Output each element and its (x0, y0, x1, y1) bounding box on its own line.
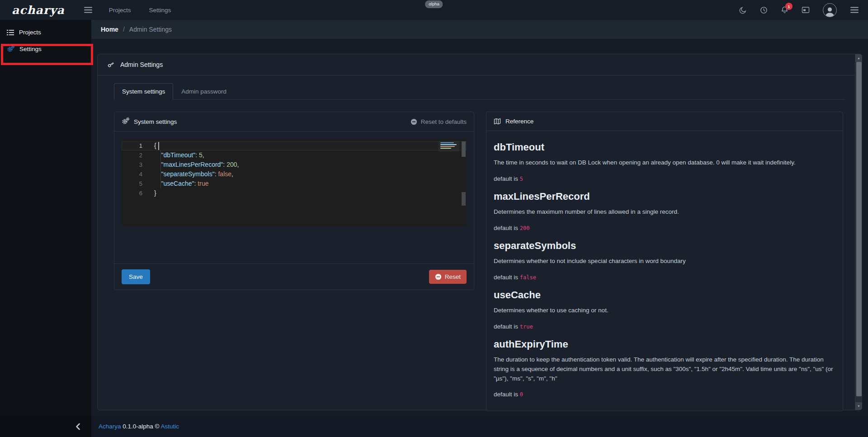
sidebar-item-label: Settings (19, 46, 42, 52)
footer-credits: Acharya 0.1.0-alpha © Astutic (99, 423, 179, 430)
editor-line: 6 } (122, 188, 467, 198)
scrollbar-up-arrow[interactable]: ▲ (855, 54, 862, 62)
breadcrumb-current: Admin Settings (129, 26, 172, 33)
line-code: "maxLinesPerRecord": 200, (142, 160, 239, 169)
system-settings-panel: System settings Reset to defaults 1 { 2 … (114, 112, 474, 290)
minus-circle-icon (410, 118, 417, 125)
reference-panel-header: Reference (486, 112, 843, 131)
editor-line: 4 "separateSymbols": false, (122, 169, 467, 179)
reference-entry-description: The time in seconds to wait on DB Lock w… (494, 158, 835, 168)
breadcrumb-separator: / (123, 26, 125, 33)
footer-version: 0.1.0-alpha © (123, 423, 159, 430)
reference-entry-description: Determines whether to use caching or not… (494, 306, 835, 315)
reference-entry-name: useCache (494, 289, 835, 301)
sidebar-item-label: Projects (19, 29, 41, 36)
reference-entry-description: Determines the maximum number of lines a… (494, 207, 835, 217)
dark-mode-moon-icon[interactable] (739, 6, 747, 14)
editor-line: 2 "dbTimeout": 5, (122, 150, 467, 160)
reference-entry: separateSymbols Determines whether to no… (494, 240, 835, 281)
notifications-bell-icon[interactable]: 1 (781, 6, 788, 14)
sidebar-item-projects[interactable]: Projects (0, 24, 91, 41)
list-icon (7, 29, 14, 36)
reference-body: dbTimeout The time in seconds to wait on… (486, 131, 843, 408)
reset-button[interactable]: Reset (429, 270, 467, 284)
reference-entry-default: default is 200 (494, 225, 835, 231)
scrollbar-thumb[interactable] (856, 62, 862, 396)
reference-entry-default: default is 0 (494, 391, 835, 398)
app-root: acharya Projects Settings αlpha 1 (0, 0, 868, 437)
nav-link-settings[interactable]: Settings (149, 7, 171, 14)
minus-circle-icon (435, 273, 442, 280)
line-number: 2 (122, 150, 142, 160)
reset-to-defaults-button[interactable]: Reset to defaults (410, 118, 467, 125)
line-code: { (142, 141, 156, 150)
editor-scrollbar-thumb[interactable] (462, 192, 466, 206)
notification-count-badge: 1 (785, 3, 793, 10)
clock-icon[interactable] (760, 6, 768, 14)
panel-title: System settings (134, 118, 177, 125)
panels-row: System settings Reset to defaults 1 { 2 … (114, 112, 862, 411)
map-icon (494, 118, 501, 125)
scrollbar-down-arrow[interactable]: ▼ (855, 402, 862, 410)
reference-entry: authExpiryTime The duration to keep the … (494, 338, 835, 398)
panel-title: Reference (505, 118, 533, 125)
reference-entry: useCache Determines whether to use cachi… (494, 289, 835, 330)
card-header: Admin Settings (98, 54, 862, 75)
reference-entry-name: dbTimeout (494, 141, 835, 153)
footer-app-link[interactable]: Acharya (99, 423, 121, 430)
sidebar: Projects Settings (0, 20, 91, 416)
admin-settings-card: Admin Settings System settings Admin pas… (97, 54, 862, 410)
sidebar-item-settings[interactable]: Settings (0, 41, 91, 57)
breadcrumb-home-link[interactable]: Home (101, 26, 118, 33)
gears-icon (122, 118, 129, 125)
editor-scrollbar-thumb[interactable] (462, 141, 466, 157)
system-settings-panel-header: System settings Reset to defaults (114, 112, 474, 132)
footer: Acharya 0.1.0-alpha © Astutic (0, 416, 868, 437)
reference-entry: maxLinesPerRecord Determines the maximum… (494, 191, 835, 231)
main-content: Admin Settings System settings Admin pas… (91, 39, 868, 416)
line-code: } (142, 188, 156, 198)
indent-guide (160, 150, 161, 188)
tab-admin-password[interactable]: Admin password (173, 83, 235, 100)
page-title: Admin Settings (120, 61, 163, 68)
menu-icon[interactable] (850, 6, 859, 14)
line-number: 5 (122, 179, 142, 188)
key-icon (107, 61, 114, 68)
json-code-editor[interactable]: 1 { 2 "dbTimeout": 5, 3 "maxLinesPerReco… (122, 139, 467, 226)
footer-sidebar-section (0, 416, 91, 437)
editor-line: 3 "maxLinesPerRecord": 200, (122, 160, 467, 169)
settings-tabs: System settings Admin password (114, 83, 845, 100)
gears-icon (7, 46, 14, 53)
sidebar-toggle-icon[interactable] (84, 6, 93, 14)
tab-system-settings[interactable]: System settings (114, 83, 173, 100)
save-button[interactable]: Save (122, 269, 150, 284)
app-logo[interactable]: acharya (12, 4, 65, 17)
reference-entry-name: separateSymbols (494, 240, 835, 252)
footer-company-link[interactable]: Astutic (161, 423, 179, 430)
reference-panel: Reference dbTimeout The time in seconds … (486, 112, 843, 411)
breadcrumb: Home / Admin Settings (91, 20, 868, 39)
editor-cursor (158, 142, 159, 150)
reference-entry-default: default is false (494, 274, 835, 281)
reference-entry-description: Determines whether to not include specia… (494, 257, 835, 266)
alpha-version-badge: αlpha (425, 0, 443, 8)
reference-entry-default: default is true (494, 323, 835, 330)
line-number: 4 (122, 169, 142, 179)
window-icon[interactable] (802, 6, 810, 14)
line-number: 3 (122, 160, 142, 169)
collapse-sidebar-chevron-icon[interactable] (75, 423, 80, 430)
top-navbar: acharya Projects Settings αlpha 1 (0, 0, 868, 20)
card-scrollbar[interactable]: ▲ ▼ (855, 54, 862, 410)
line-code: "dbTimeout": 5, (142, 150, 204, 160)
nav-link-projects[interactable]: Projects (109, 7, 131, 14)
reference-entry-name: maxLinesPerRecord (494, 191, 835, 202)
editor-minimap[interactable] (439, 141, 459, 152)
user-avatar[interactable] (823, 3, 837, 17)
editor-line: 1 { (122, 141, 467, 150)
editor-panel-footer: Save Reset (114, 263, 474, 290)
reference-entry-default: default is 5 (494, 175, 835, 182)
reference-entry-description: The duration to keep the authentication … (494, 355, 835, 384)
editor-line: 5 "useCache": true (122, 179, 467, 188)
editor-panel-body: 1 { 2 "dbTimeout": 5, 3 "maxLinesPerReco… (114, 132, 474, 263)
line-code: "useCache": true (142, 179, 208, 188)
